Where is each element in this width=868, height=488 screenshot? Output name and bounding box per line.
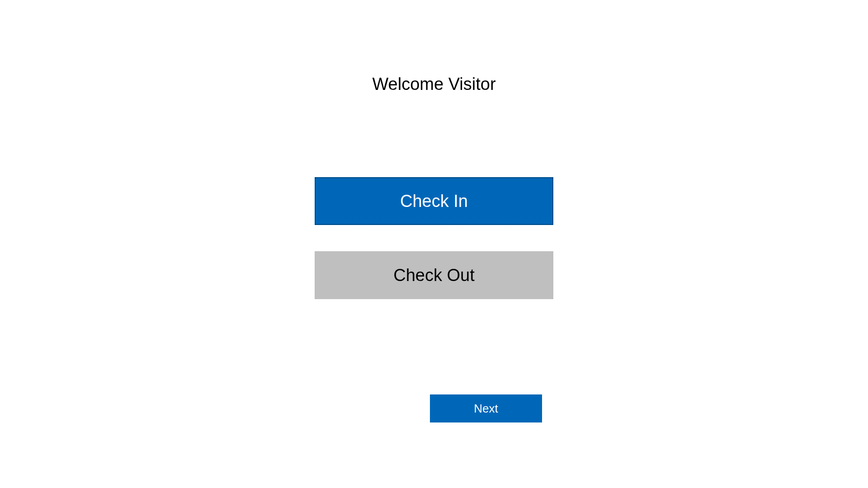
check-out-label: Check Out: [393, 266, 475, 285]
visitor-welcome-screen: Welcome Visitor Check In Check Out Next: [0, 0, 868, 488]
next-button[interactable]: Next: [430, 394, 542, 422]
check-out-button[interactable]: Check Out: [315, 251, 553, 299]
next-label: Next: [474, 402, 498, 416]
check-in-button[interactable]: Check In: [315, 177, 553, 225]
check-in-label: Check In: [400, 192, 468, 211]
page-title: Welcome Visitor: [372, 75, 495, 94]
action-button-group: Check In Check Out: [315, 177, 553, 299]
